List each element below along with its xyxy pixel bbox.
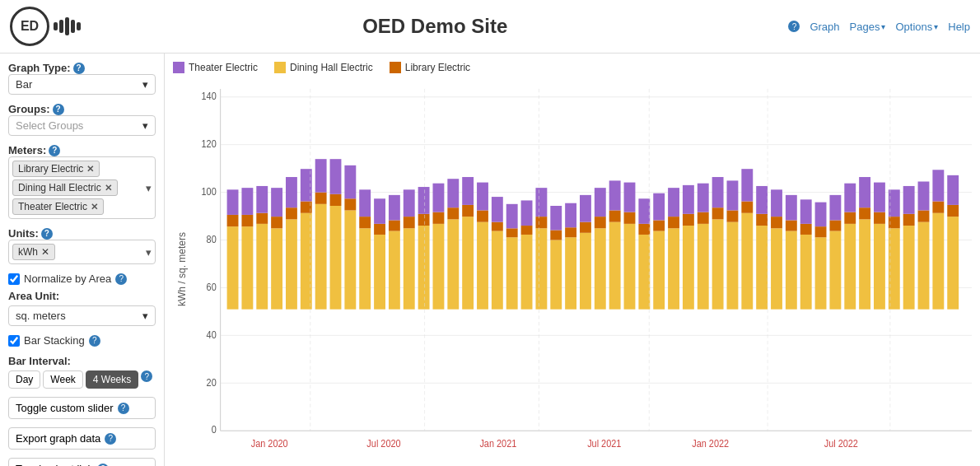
- svg-rect-47: [359, 189, 371, 217]
- svg-rect-72: [492, 231, 503, 310]
- units-help-icon[interactable]: ?: [41, 228, 53, 240]
- bar-stacking-label: Bar Stacking: [24, 334, 85, 347]
- normalize-help-icon[interactable]: ?: [115, 273, 127, 285]
- meter-tag-theater: Theater Electric ✕: [12, 198, 104, 215]
- toggle-chart-btn[interactable]: Toggle chart link ?: [8, 458, 156, 466]
- svg-rect-98: [609, 180, 621, 210]
- meter-tag-library-remove[interactable]: ✕: [86, 164, 94, 175]
- main: Graph Type: ? Bar ▾ Groups: ? Select Gro…: [0, 54, 980, 466]
- svg-rect-120: [727, 222, 739, 310]
- nav-help-icon[interactable]: ?: [788, 21, 800, 32]
- bar-stacking-section: Bar Stacking ?: [8, 334, 156, 347]
- svg-rect-143: [829, 195, 841, 221]
- svg-rect-121: [727, 210, 739, 221]
- units-container: kWh ✕ ▾: [8, 240, 156, 264]
- svg-rect-83: [535, 188, 547, 217]
- svg-rect-88: [565, 227, 576, 237]
- svg-rect-133: [786, 220, 797, 231]
- toggle-slider-btn[interactable]: Toggle custom slider ?: [8, 397, 156, 419]
- normalize-label: Normalize by Area: [24, 273, 111, 285]
- graph-type-dropdown[interactable]: Bar ▾: [8, 74, 156, 95]
- area-unit-label: Area Unit:: [8, 290, 156, 302]
- svg-rect-129: [771, 228, 782, 309]
- svg-rect-68: [462, 177, 474, 205]
- meter-tag-dining-remove[interactable]: ✕: [105, 183, 112, 193]
- svg-rect-119: [712, 177, 724, 207]
- units-expand-icon[interactable]: ▾: [146, 246, 152, 259]
- meter-tag-theater-remove[interactable]: ✕: [91, 202, 98, 212]
- toggle-slider-help-icon[interactable]: ?: [118, 403, 129, 414]
- chart-legend: Theater Electric Dining Hall Electric Li…: [173, 62, 972, 73]
- svg-rect-114: [698, 224, 709, 310]
- svg-rect-107: [653, 193, 665, 221]
- area-unit-dropdown[interactable]: sq. meters ▾: [8, 305, 156, 326]
- units-section: Units: ? kWh ✕ ▾: [8, 227, 156, 264]
- graph-type-help-icon[interactable]: ?: [73, 63, 85, 74]
- toggle-chart-help-icon[interactable]: ?: [97, 464, 109, 467]
- bar-group-23: [550, 206, 562, 310]
- options-dropdown[interactable]: Options ▾: [895, 21, 938, 33]
- meters-section: Meters: ? Library Electric ✕ Dining Hall…: [8, 144, 156, 219]
- normalize-checkbox[interactable]: [8, 273, 20, 285]
- svg-rect-37: [315, 193, 327, 204]
- bar-group-7: [315, 159, 327, 310]
- bar-interval-label: Bar Interval:: [8, 355, 156, 367]
- export-btn[interactable]: Export graph data ?: [8, 427, 156, 450]
- svg-rect-36: [315, 204, 327, 310]
- groups-dropdown[interactable]: Select Groups ▾: [8, 115, 156, 136]
- svg-rect-29: [271, 188, 282, 217]
- svg-rect-41: [330, 159, 342, 194]
- chart-svg: 0 20 40 60 80 100 120 140: [188, 80, 972, 458]
- svg-rect-31: [286, 207, 297, 219]
- bar-stacking-help-icon[interactable]: ?: [89, 335, 100, 347]
- svg-rect-167: [947, 175, 959, 205]
- bar-interval-section: Bar Interval: Day Week 4 Weeks ?: [8, 355, 156, 389]
- normalize-section: Normalize by Area ? Area Unit: sq. meter…: [8, 273, 156, 326]
- svg-rect-75: [506, 237, 518, 309]
- svg-rect-104: [638, 198, 650, 224]
- toggle-slider-section: Toggle custom slider ?: [8, 397, 156, 419]
- svg-rect-156: [903, 226, 915, 310]
- legend-dining-color: [274, 62, 286, 73]
- bar-group-4: [271, 188, 282, 310]
- meters-expand-icon[interactable]: ▾: [146, 182, 152, 194]
- svg-rect-109: [668, 217, 679, 228]
- svg-rect-76: [506, 228, 518, 237]
- bar-stacking-checkbox[interactable]: [8, 335, 20, 347]
- svg-rect-126: [756, 226, 768, 310]
- svg-rect-45: [359, 228, 371, 309]
- svg-rect-102: [638, 235, 650, 310]
- svg-rect-44: [344, 165, 356, 198]
- interval-help-icon[interactable]: ?: [141, 370, 152, 382]
- help-link[interactable]: Help: [948, 21, 970, 33]
- unit-tag-remove[interactable]: ✕: [41, 246, 49, 258]
- interval-4weeks-btn[interactable]: 4 Weeks: [86, 370, 138, 389]
- svg-rect-73: [492, 222, 503, 231]
- svg-rect-64: [447, 207, 459, 219]
- svg-rect-20: [227, 189, 239, 215]
- bar-group-28: [624, 183, 636, 310]
- bar-group-35: [727, 180, 739, 309]
- bar-group-49: [932, 170, 944, 309]
- export-help-icon[interactable]: ?: [105, 433, 116, 445]
- interval-day-btn[interactable]: Day: [8, 370, 40, 389]
- bar-group-5: [286, 177, 297, 310]
- svg-text:0: 0: [212, 425, 217, 436]
- svg-rect-93: [595, 228, 606, 309]
- svg-rect-163: [932, 202, 944, 213]
- bar-group-17: [462, 177, 474, 310]
- graph-link[interactable]: Graph: [810, 21, 839, 33]
- nav-links: ? Graph Pages ▾ Options ▾ Help: [788, 21, 970, 33]
- svg-rect-42: [344, 210, 356, 309]
- graph-type-section: Graph Type: ? Bar ▾: [8, 62, 156, 95]
- units-label: Units: ?: [8, 227, 156, 240]
- chart-area: Theater Electric Dining Hall Electric Li…: [165, 54, 980, 466]
- pages-dropdown[interactable]: Pages ▾: [850, 21, 886, 33]
- svg-rect-26: [256, 186, 268, 213]
- groups-help-icon[interactable]: ?: [53, 104, 64, 115]
- svg-rect-123: [741, 213, 753, 310]
- interval-week-btn[interactable]: Week: [43, 370, 82, 389]
- meters-help-icon[interactable]: ?: [49, 145, 60, 156]
- bar-group-16: [447, 179, 459, 309]
- interval-buttons: Day Week 4 Weeks ?: [8, 370, 156, 389]
